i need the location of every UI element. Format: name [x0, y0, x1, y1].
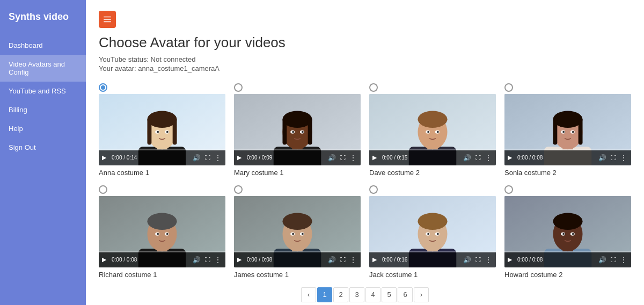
avatar-radio-dave[interactable] [369, 83, 378, 92]
current-avatar: Your avatar: anna_costume1_cameraA [99, 64, 631, 72]
page-6-btn[interactable]: 6 [398, 287, 413, 302]
svg-rect-43 [553, 118, 557, 144]
time-display-james: 0:00 / 0:08 [247, 257, 325, 263]
sidebar-item-sign-out[interactable]: Sign Out [0, 138, 86, 157]
page-1-btn[interactable]: 1 [317, 287, 332, 302]
avatar-radio-jack[interactable] [369, 185, 378, 194]
sidebar: Synths video Dashboard Video Avatars and… [0, 0, 86, 305]
more-icon-howard[interactable]: ⋮ [619, 256, 628, 264]
page-3-btn[interactable]: 3 [349, 287, 364, 302]
more-icon-anna[interactable]: ⋮ [214, 154, 222, 162]
avatar-label-sonia: Sonia costume 2 [504, 169, 631, 177]
avatar-radio-james[interactable] [234, 185, 243, 194]
avatar-card-howard: ▶ 0:00 / 0:08 🔊 ⛶ ⋮ Howard costume 2 [504, 185, 631, 279]
play-btn-anna[interactable]: ▶ [102, 154, 109, 162]
play-btn-mary[interactable]: ▶ [237, 154, 245, 162]
pagination: ‹ 1 2 3 4 5 6 › [99, 287, 631, 302]
page-4-btn[interactable]: 4 [365, 287, 380, 302]
svg-point-67 [292, 233, 294, 235]
more-icon-dave[interactable]: ⋮ [484, 154, 493, 162]
sidebar-nav: Dashboard Video Avatars and Config YouTu… [0, 36, 86, 157]
avatar-label-james: James costume 1 [234, 271, 361, 279]
more-icon-richard[interactable]: ⋮ [214, 256, 222, 264]
more-icon-sonia[interactable]: ⋮ [619, 154, 628, 162]
avatar-label-mary: Mary costume 1 [234, 169, 361, 177]
play-btn-richard[interactable]: ▶ [102, 256, 109, 264]
sidebar-item-help[interactable]: Help [0, 119, 86, 138]
volume-icon-mary[interactable]: 🔊 [327, 154, 337, 162]
avatar-label-richard: Richard costume 1 [99, 271, 225, 279]
play-btn-dave[interactable]: ▶ [372, 154, 380, 162]
volume-icon-jack[interactable]: 🔊 [462, 256, 472, 264]
svg-point-42 [553, 111, 582, 127]
main-content: Choose Avatar for your videos YouTube st… [86, 0, 644, 305]
more-icon-james[interactable]: ⋮ [349, 256, 357, 264]
video-controls-sonia: ▶ 0:00 / 0:08 🔊 ⛶ ⋮ [504, 150, 631, 165]
volume-icon-howard[interactable]: 🔊 [597, 256, 608, 264]
svg-point-14 [166, 131, 169, 133]
svg-point-20 [282, 111, 312, 127]
avatar-radio-richard[interactable] [99, 185, 107, 194]
svg-point-57 [157, 233, 159, 235]
time-display-sonia: 0:00 / 0:08 [517, 155, 595, 161]
avatar-radio-sonia[interactable] [504, 83, 513, 92]
avatar-card-jack: ▶ 0:00 / 0:16 🔊 ⛶ ⋮ Jack costume 1 [369, 185, 496, 279]
video-thumb-sonia: ▶ 0:00 / 0:08 🔊 ⛶ ⋮ [504, 94, 631, 165]
svg-point-54 [147, 213, 177, 229]
avatar-radio-anna[interactable] [99, 83, 107, 92]
svg-point-32 [418, 111, 447, 127]
video-thumb-richard: ▶ 0:00 / 0:08 🔊 ⛶ ⋮ [99, 196, 225, 267]
page-5-btn[interactable]: 5 [382, 287, 397, 302]
svg-point-64 [282, 213, 312, 229]
video-controls-anna: ▶ 0:00 / 0:14 🔊 ⛶ ⋮ [99, 150, 225, 165]
sidebar-item-youtube-rss[interactable]: YouTube and RSS [0, 82, 86, 100]
video-controls-richard: ▶ 0:00 / 0:08 🔊 ⛶ ⋮ [99, 252, 225, 267]
avatar-card-james: ▶ 0:00 / 0:08 🔊 ⛶ ⋮ James costume 1 [234, 185, 361, 279]
play-btn-howard[interactable]: ▶ [508, 256, 515, 264]
fullscreen-icon-howard[interactable]: ⛶ [610, 257, 617, 263]
svg-rect-1 [104, 19, 111, 20]
fullscreen-icon-dave[interactable]: ⛶ [474, 155, 482, 161]
sidebar-item-video-avatars[interactable]: Video Avatars and Config [0, 55, 86, 82]
volume-icon-anna[interactable]: 🔊 [192, 154, 202, 162]
avatar-radio-mary[interactable] [234, 83, 243, 92]
avatar-card-mary: ▶ 0:00 / 0:09 🔊 ⛶ ⋮ Mary costume 1 [234, 83, 361, 177]
play-btn-james[interactable]: ▶ [237, 256, 245, 264]
page-next-btn[interactable]: › [414, 287, 429, 302]
more-icon-mary[interactable]: ⋮ [349, 154, 357, 162]
fullscreen-icon-james[interactable]: ⛶ [339, 257, 347, 263]
volume-icon-sonia[interactable]: 🔊 [597, 154, 608, 162]
avatar-card-richard: ▶ 0:00 / 0:08 🔊 ⛶ ⋮ Richard costume 1 [99, 185, 225, 279]
fullscreen-icon-anna[interactable]: ⛶ [204, 155, 211, 161]
svg-rect-22 [308, 118, 312, 144]
svg-rect-10 [173, 118, 177, 144]
play-btn-jack[interactable]: ▶ [372, 256, 380, 264]
volume-icon-dave[interactable]: 🔊 [462, 154, 472, 162]
time-display-anna: 0:00 / 0:14 [112, 155, 189, 161]
page-2-btn[interactable]: 2 [333, 287, 348, 302]
fullscreen-icon-sonia[interactable]: ⛶ [610, 155, 617, 161]
video-thumb-mary: ▶ 0:00 / 0:09 🔊 ⛶ ⋮ [234, 94, 361, 165]
sidebar-item-dashboard[interactable]: Dashboard [0, 36, 86, 55]
fullscreen-icon-mary[interactable]: ⛶ [339, 155, 347, 161]
video-controls-jack: ▶ 0:00 / 0:16 🔊 ⛶ ⋮ [369, 252, 496, 267]
svg-point-35 [427, 131, 429, 133]
play-btn-sonia[interactable]: ▶ [508, 154, 515, 162]
svg-rect-21 [282, 118, 287, 144]
more-icon-jack[interactable]: ⋮ [484, 256, 493, 264]
video-controls-james: ▶ 0:00 / 0:08 🔊 ⛶ ⋮ [234, 252, 361, 267]
fullscreen-icon-richard[interactable]: ⛶ [204, 257, 211, 263]
sidebar-item-billing[interactable]: Billing [0, 100, 86, 119]
page-title: Choose Avatar for your videos [99, 34, 631, 51]
volume-icon-richard[interactable]: 🔊 [192, 256, 202, 264]
video-thumb-james: ▶ 0:00 / 0:08 🔊 ⛶ ⋮ [234, 196, 361, 267]
svg-point-48 [572, 131, 574, 133]
fullscreen-icon-jack[interactable]: ⛶ [474, 257, 482, 263]
page-prev-btn[interactable]: ‹ [301, 287, 316, 302]
avatar-card-dave: ▶ 0:00 / 0:15 🔊 ⛶ ⋮ Dave costume 2 [369, 83, 496, 177]
volume-icon-james[interactable]: 🔊 [327, 256, 337, 264]
video-controls-mary: ▶ 0:00 / 0:09 🔊 ⛶ ⋮ [234, 150, 361, 165]
avatar-radio-howard[interactable] [504, 185, 513, 194]
svg-point-8 [147, 111, 177, 127]
time-display-jack: 0:00 / 0:16 [382, 257, 460, 263]
